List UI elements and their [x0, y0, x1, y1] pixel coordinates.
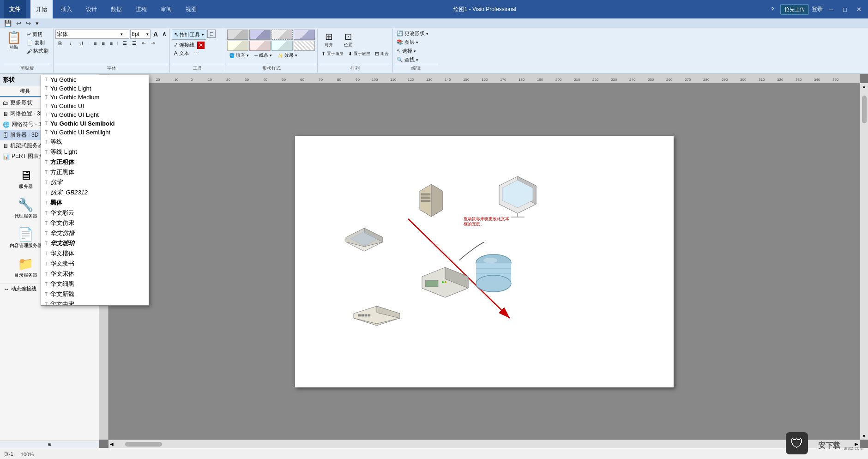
save-quick-btn[interactable]: 💾: [3, 19, 13, 27]
file-tab[interactable]: 文件: [4, 0, 26, 18]
group-button[interactable]: ⊞组合: [373, 50, 391, 57]
find-button[interactable]: 🔍查找▾: [395, 56, 437, 64]
italic-button[interactable]: I: [66, 40, 75, 47]
router-shape[interactable]: [351, 305, 402, 326]
font-item-fangsong[interactable]: T 仿宋: [41, 177, 149, 187]
font-item-yu-gothic-ui-semibold[interactable]: T Yu Gothic UI Semibold: [41, 119, 149, 128]
tab-home[interactable]: 开始: [30, 0, 53, 18]
font-item-fangzheng-coubold[interactable]: T 方正粗体: [41, 157, 149, 167]
font-item-yu-gothic-ui-semilight[interactable]: T Yu Gothic UI Semilight: [41, 128, 149, 137]
font-item-yu-gothic[interactable]: T Yu Gothic: [41, 75, 149, 84]
scanner-shape[interactable]: [341, 221, 387, 256]
effect-button[interactable]: ✨ 效果 ▾: [276, 52, 299, 59]
bold-button[interactable]: B: [55, 40, 65, 47]
font-item-huawen-lishu[interactable]: T 华文隶书: [41, 259, 149, 269]
font-item-huawen-xihei[interactable]: T 华文细黑: [41, 279, 149, 289]
font-item-dengxian-light[interactable]: T 等线 Light: [41, 147, 149, 157]
font-item-yu-gothic-light[interactable]: T Yu Gothic Light: [41, 84, 149, 93]
font-increase-button[interactable]: A: [151, 30, 160, 38]
tool-more-button[interactable]: ⋯: [192, 50, 201, 57]
align-center-button[interactable]: ≡: [100, 40, 106, 47]
align-right-button[interactable]: ≡: [108, 40, 115, 47]
font-item-yu-gothic-ui-light[interactable]: T Yu Gothic UI Light: [41, 110, 149, 119]
upload-button[interactable]: 抢先上传: [780, 4, 809, 15]
font-item-huawen-fangsong[interactable]: T 华文仿宋: [41, 218, 149, 228]
style-swatch-3[interactable]: [271, 30, 293, 40]
sidebar-scroll-up[interactable]: ⊕: [0, 441, 99, 448]
font-item-huawen-songti[interactable]: T 华文宋体: [41, 269, 149, 279]
tower-server-shape[interactable]: [413, 182, 450, 228]
font-item-huawen-xinwei[interactable]: T 华文新魏: [41, 289, 149, 299]
tool-extra-button[interactable]: □: [207, 30, 216, 38]
database-shape[interactable]: [473, 251, 514, 293]
tab-process[interactable]: 进程: [130, 0, 152, 18]
style-swatch-more[interactable]: [294, 41, 315, 51]
send-to-bottom-button[interactable]: ⬇置于底层: [346, 50, 372, 57]
style-swatch-5[interactable]: [227, 41, 248, 51]
font-name-dropdown-icon[interactable]: ▾: [121, 32, 123, 36]
style-swatch-6[interactable]: [249, 41, 271, 51]
tab-view[interactable]: 视图: [180, 0, 202, 18]
hscroll-left-btn[interactable]: ◀: [108, 441, 115, 447]
maximize-button[interactable]: □: [839, 6, 850, 13]
change-shape-button[interactable]: 🔄更改形状▾: [395, 30, 437, 37]
more-quick-btn[interactable]: ▾: [34, 19, 40, 27]
numbering-button[interactable]: ☰: [130, 40, 139, 47]
font-item-huawen-hupo[interactable]: T 华文琥珀: [41, 238, 149, 248]
redo-quick-btn[interactable]: ↪: [24, 19, 32, 27]
pointer-tool-button[interactable]: ↖ 指针工具 ▾: [172, 30, 206, 40]
hscroll-thumb[interactable]: [125, 442, 162, 447]
tab-data[interactable]: 数据: [105, 0, 127, 18]
tab-review[interactable]: 审阅: [155, 0, 177, 18]
hscroll[interactable]: ◀ ▶: [108, 440, 860, 448]
font-name-input[interactable]: [56, 30, 121, 38]
bullets-button[interactable]: ☰: [121, 40, 129, 47]
vscroll-up-btn[interactable]: ▲: [862, 83, 867, 90]
increase-indent-button[interactable]: ⇥: [149, 40, 157, 47]
paste-button[interactable]: 📋 粘贴: [4, 30, 24, 52]
font-size-input[interactable]: [131, 30, 146, 38]
connector-button[interactable]: ⤦ 连接线: [172, 41, 196, 49]
monitor-shape[interactable]: [497, 176, 538, 218]
position-button[interactable]: ⊡ 位置: [339, 30, 357, 49]
vscroll[interactable]: ▲ ▼: [860, 83, 868, 440]
font-item-fangzheng-heiti[interactable]: T 方正黑体: [41, 167, 149, 177]
style-swatch-4[interactable]: [294, 30, 315, 40]
close-button[interactable]: ✕: [853, 6, 864, 13]
font-item-yu-gothic-medium[interactable]: T Yu Gothic Medium: [41, 93, 149, 102]
fill-button[interactable]: 🪣 填充 ▾: [227, 52, 251, 59]
font-item-huawen-zhongsong[interactable]: T 华文中宋: [41, 299, 149, 306]
select-button[interactable]: ↖选择▾: [395, 47, 437, 55]
copy-button[interactable]: 📄复制: [25, 39, 50, 47]
drawing-canvas[interactable]: 拖动鼠标来驱更改此文本框的宽度。: [108, 83, 860, 440]
vscroll-thumb[interactable]: [862, 96, 867, 123]
style-swatch-1[interactable]: [227, 30, 248, 40]
layers-button[interactable]: 📚图层▾: [395, 38, 437, 46]
font-item-fangsong-gb2312[interactable]: T 仿宋_GB2312: [41, 187, 149, 198]
vscroll-down-btn[interactable]: ▼: [862, 433, 867, 440]
cut-button[interactable]: ✂剪切: [25, 30, 50, 38]
text-button[interactable]: A 文本: [172, 49, 191, 57]
font-size-dropdown-icon[interactable]: ▾: [146, 32, 149, 36]
font-decrease-button[interactable]: A: [161, 31, 168, 37]
style-swatch-7[interactable]: [271, 41, 293, 51]
style-swatch-2[interactable]: [249, 30, 271, 40]
connector-close-button[interactable]: ✕: [197, 42, 205, 49]
font-item-heiti[interactable]: T 黑体: [41, 198, 149, 208]
kvm-shape[interactable]: [420, 267, 470, 300]
tab-design[interactable]: 设计: [80, 0, 102, 18]
font-item-huawen-caiyun[interactable]: T 华文彩云: [41, 208, 149, 218]
format-painter-button[interactable]: 🖌格式刷: [25, 47, 50, 55]
bring-to-top-button[interactable]: ⬆置于顶层: [319, 50, 345, 57]
minimize-button[interactable]: ─: [826, 6, 837, 13]
login-button[interactable]: 登录: [812, 6, 823, 13]
align-button[interactable]: ⊞ 对齐: [319, 30, 338, 49]
undo-quick-btn[interactable]: ↩: [15, 19, 23, 27]
font-item-huawen-kaiti[interactable]: T 华文楷体: [41, 248, 149, 259]
decrease-indent-button[interactable]: ⇤: [140, 40, 148, 47]
underline-button[interactable]: U: [77, 40, 86, 47]
font-item-dengxian[interactable]: T 等线: [41, 137, 149, 147]
line-button[interactable]: ─ 线条 ▾: [253, 52, 274, 59]
font-item-huawen-fangkai[interactable]: T 华文仿楷: [41, 228, 149, 238]
help-button[interactable]: ?: [767, 5, 778, 13]
